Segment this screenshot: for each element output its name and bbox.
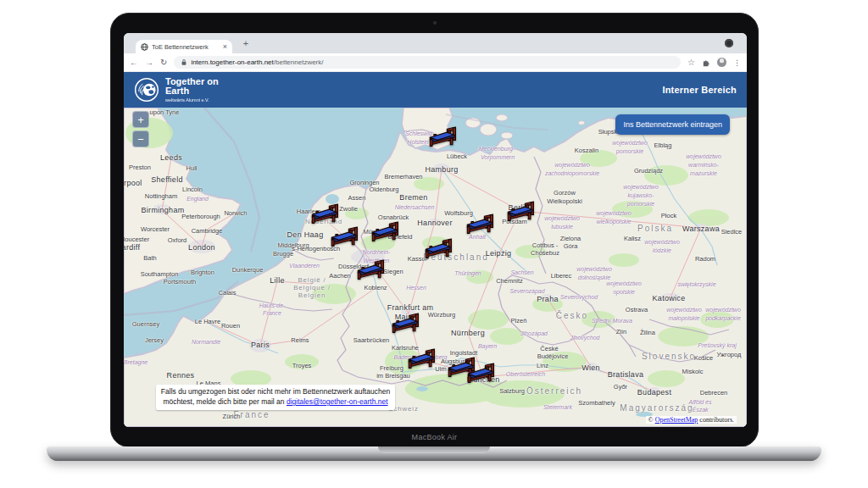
bed-marker[interactable] (428, 126, 457, 151)
tab-title: ToE Bettennetzwerk (152, 43, 220, 51)
bed-marker[interactable] (506, 201, 535, 225)
browser-tab[interactable]: ToE Bettennetzwerk × (136, 40, 232, 53)
digitales-mail-link[interactable]: digitales@together-on-earth.net (287, 397, 388, 406)
lock-icon (181, 58, 187, 66)
brand-subtitle: weltwärts Alumni e.V. (165, 98, 219, 103)
back-button[interactable]: ← (130, 58, 138, 67)
bed-marker[interactable] (407, 348, 436, 373)
zoom-in-button[interactable]: + (132, 111, 149, 128)
profile-avatar[interactable] (717, 58, 726, 67)
map-beds-layer (124, 108, 747, 427)
bed-marker[interactable] (424, 238, 453, 263)
camera-dot (433, 21, 437, 25)
url-text: intern.together-on-earth.net/bettennetzw… (191, 58, 323, 66)
laptop-base-notch (378, 446, 490, 453)
laptop-base (47, 446, 821, 461)
brand-block[interactable]: Together on Earth weltwärts Alumni e.V. (165, 77, 219, 103)
map-zoom-control: + − (132, 111, 149, 147)
bettennetzwerk-eintragen-button[interactable]: Ins Bettennetzwerk eintragen (615, 114, 730, 135)
bed-marker[interactable] (330, 226, 359, 251)
attribution-suffix: contributors. (698, 416, 734, 424)
notice-line1: Falls du umgezogen bist oder nicht mehr … (161, 387, 390, 396)
attribution-prefix: © (648, 416, 655, 424)
extensions-puzzle-icon[interactable] (702, 58, 710, 67)
address-bar[interactable]: intern.together-on-earth.net/bettennetzw… (174, 56, 681, 69)
window-control-icon[interactable] (725, 39, 733, 47)
site-header: Together on Earth weltwärts Alumni e.V. … (124, 72, 747, 108)
reload-button[interactable]: ↻ (160, 58, 167, 67)
bed-marker[interactable] (391, 313, 420, 337)
device-label: MacBook Air (111, 433, 758, 441)
tab-strip: ToE Bettennetzwerk × + (124, 33, 747, 53)
brand-line2: Earth (165, 86, 219, 97)
bed-marker[interactable] (466, 363, 495, 387)
bookmark-star-icon[interactable]: ☆ (687, 58, 695, 67)
bed-marker[interactable] (310, 203, 339, 228)
browser-window: ToE Bettennetzwerk × + ← → ↻ intern.toge… (124, 33, 747, 427)
toe-logo-icon (134, 77, 159, 103)
bed-marker[interactable] (370, 221, 399, 246)
interner-bereich-label[interactable]: Interner Bereich (662, 85, 737, 95)
laptop-frame: ToE Bettennetzwerk × + ← → ↻ intern.toge… (110, 13, 759, 447)
tab-close-icon[interactable]: × (223, 43, 227, 51)
openstreetmap-link[interactable]: OpenStreetMap (655, 416, 698, 424)
menu-icon[interactable]: ⋮ (733, 58, 741, 67)
forward-button[interactable]: → (145, 58, 153, 67)
notice-line2: möchtest, melde dich bitte per mail an (163, 397, 287, 406)
zoom-out-button[interactable]: − (132, 130, 149, 147)
new-tab-button[interactable]: + (239, 36, 253, 50)
move-notice: Falls du umgezogen bist oder nicht mehr … (156, 385, 395, 410)
map-canvas[interactable]: upon TyneLeedsPrestonHullSheffieldLiverp… (124, 108, 747, 427)
favicon-globe-icon (141, 43, 148, 51)
url-domain: intern.together-on-earth.net (191, 58, 273, 66)
bed-marker[interactable] (356, 259, 385, 284)
browser-toolbar: ← → ↻ intern.together-on-earth.net/bette… (124, 53, 747, 72)
bed-marker[interactable] (465, 214, 494, 238)
map-attribution: © OpenStreetMap contributors. (646, 416, 737, 424)
url-path: /bettennetzwerk/ (274, 58, 324, 66)
